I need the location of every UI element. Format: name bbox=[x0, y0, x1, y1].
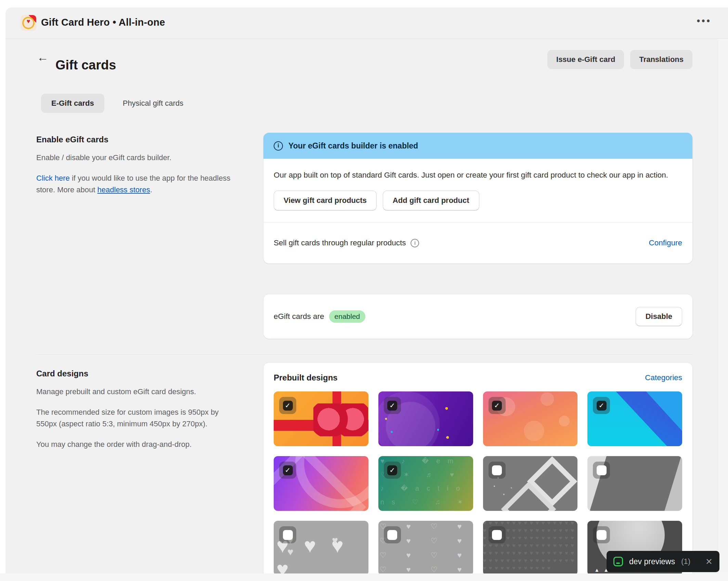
info-icon[interactable]: i bbox=[411, 239, 419, 247]
design-tile-teal-party-icons[interactable]: ✓ bbox=[378, 456, 473, 511]
headless-paragraph-suffix: . bbox=[150, 185, 152, 194]
configure-link[interactable]: Configure bbox=[649, 238, 682, 247]
tab-physical-gift-cards[interactable]: Physical gift cards bbox=[113, 94, 194, 113]
scrollbar-track[interactable] bbox=[718, 39, 728, 573]
design-tile-gray-diamond[interactable] bbox=[483, 456, 578, 511]
section-divider bbox=[36, 354, 692, 354]
regular-products-row: Sell gift cards through regular products… bbox=[263, 222, 692, 263]
view-gift-card-products-button[interactable]: View gift card products bbox=[274, 191, 377, 210]
app-title: Gift Card Hero • All-in-one bbox=[41, 17, 165, 28]
design-tile-gray-large-hearts[interactable] bbox=[274, 521, 368, 573]
checkbox-state-icon: ✓ bbox=[283, 465, 293, 475]
design-checkbox[interactable]: ✓ bbox=[384, 397, 401, 414]
status-prefix: eGift cards are bbox=[274, 312, 324, 321]
categories-link[interactable]: Categories bbox=[645, 373, 682, 382]
dev-preview-window-icon bbox=[613, 557, 623, 566]
checkbox-state-icon bbox=[492, 465, 502, 475]
egift-status-card: eGift cards are enabled Disable bbox=[263, 294, 692, 339]
toast-count: (1) bbox=[681, 557, 690, 566]
prebuilt-designs-heading: Prebuilt designs bbox=[274, 373, 338, 383]
banner-title: Your eGift cards builder is enabled bbox=[288, 141, 418, 151]
checkbox-state-icon bbox=[597, 465, 607, 475]
design-checkbox[interactable]: ✓ bbox=[489, 397, 506, 414]
design-tile-dark-hearts-texture[interactable] bbox=[483, 521, 578, 573]
design-checkbox[interactable] bbox=[489, 462, 506, 479]
overflow-menu-icon[interactable]: ••• bbox=[697, 16, 712, 26]
status-badge: enabled bbox=[329, 310, 366, 323]
toast-label: dev previews bbox=[629, 557, 675, 566]
card-designs-annotation: Card designs Manage prebuilt and custom … bbox=[36, 369, 238, 459]
banner-buttons: View gift card products Add gift card pr… bbox=[274, 191, 682, 210]
headless-stores-link[interactable]: headless stores bbox=[98, 185, 150, 194]
enable-section-heading: Enable eGift cards bbox=[36, 135, 242, 144]
card-designs-heading: Card designs bbox=[36, 369, 238, 378]
card-designs-p3: You may change the order with drag-and-d… bbox=[36, 439, 238, 450]
design-checkbox[interactable] bbox=[593, 462, 610, 479]
dev-previews-toast[interactable]: dev previews (1) ✕ bbox=[607, 551, 719, 572]
tab-egift-cards[interactable]: E-Gift cards bbox=[41, 94, 104, 113]
page-title: Gift cards bbox=[55, 58, 116, 73]
checkbox-state-icon bbox=[283, 530, 293, 540]
design-tile-coral-doodles[interactable]: ✓ bbox=[483, 391, 578, 446]
checkbox-state-icon bbox=[597, 530, 607, 540]
checkbox-state-icon bbox=[492, 530, 502, 540]
checkbox-state-icon: ✓ bbox=[492, 401, 502, 411]
design-grid: ✓ ✓ ✓ ✓ ✓ ✓ bbox=[274, 391, 682, 573]
viewport-bottom-strip bbox=[0, 573, 728, 581]
banner-body: Our app built on top of standard Gift ca… bbox=[263, 159, 692, 210]
checkbox-state-icon: ✓ bbox=[387, 401, 397, 411]
card-designs-p1: Manage prebuilt and custom eGift card de… bbox=[36, 386, 238, 398]
prebuilt-designs-header: Prebuilt designs Categories bbox=[274, 373, 682, 383]
checkbox-state-icon: ✓ bbox=[387, 465, 397, 475]
topbar-divider bbox=[5, 38, 728, 39]
issue-egift-card-button[interactable]: Issue e-Gift card bbox=[547, 50, 624, 69]
design-tile-gray-diagonal[interactable] bbox=[587, 456, 682, 511]
enable-section-annotation: Enable eGift cards Enable / disable your… bbox=[36, 135, 242, 205]
page-header-actions: Issue e-Gift card Translations bbox=[547, 50, 692, 69]
checkbox-state-icon: ✓ bbox=[597, 401, 607, 411]
regular-products-text: Sell gift cards through regular products bbox=[274, 238, 406, 247]
banner-text: Our app built on top of standard Gift ca… bbox=[274, 168, 674, 182]
tab-bar: E-Gift cards Physical gift cards bbox=[41, 94, 194, 113]
regular-products-label: Sell gift cards through regular products… bbox=[274, 238, 419, 247]
back-arrow-icon[interactable]: ← bbox=[37, 51, 49, 63]
add-gift-card-product-button[interactable]: Add gift card product bbox=[383, 191, 479, 210]
design-tile-gray-hearts-pattern[interactable] bbox=[378, 521, 473, 573]
app-surface: Gift Card Hero • All-in-one ••• ← Gift c… bbox=[5, 8, 728, 573]
design-checkbox[interactable] bbox=[279, 526, 296, 543]
checkbox-state-icon bbox=[387, 530, 397, 540]
design-tile-cyan-blue-geometric[interactable]: ✓ bbox=[587, 391, 682, 446]
design-checkbox[interactable]: ✓ bbox=[279, 462, 296, 479]
disable-button[interactable]: Disable bbox=[636, 307, 682, 326]
design-tile-purple-sparkles[interactable]: ✓ bbox=[378, 391, 473, 446]
info-icon: i bbox=[274, 141, 283, 151]
enable-section-description: Enable / disable your eGift cards builde… bbox=[36, 152, 242, 164]
app-logo-icon bbox=[21, 15, 36, 31]
app-top-bar: Gift Card Hero • All-in-one ••• bbox=[5, 8, 728, 38]
headless-paragraph: Click here if you would like to use the … bbox=[36, 172, 242, 196]
checkbox-state-icon: ✓ bbox=[283, 401, 293, 411]
design-checkbox[interactable] bbox=[489, 526, 506, 543]
translations-button[interactable]: Translations bbox=[630, 50, 692, 69]
close-icon[interactable]: ✕ bbox=[705, 557, 713, 567]
design-checkbox[interactable]: ✓ bbox=[279, 397, 296, 414]
card-designs-p2: The recommended size for custom images i… bbox=[36, 406, 238, 430]
prebuilt-designs-card: Prebuilt designs Categories ✓ ✓ ✓ ✓ ✓ ✓ bbox=[263, 363, 692, 573]
design-checkbox[interactable] bbox=[593, 526, 610, 543]
egift-builder-card: i Your eGift cards builder is enabled Ou… bbox=[263, 133, 692, 263]
design-checkbox[interactable]: ✓ bbox=[384, 462, 401, 479]
design-checkbox[interactable] bbox=[384, 526, 401, 543]
info-banner: i Your eGift cards builder is enabled bbox=[263, 133, 692, 159]
egift-status-text: eGift cards are enabled bbox=[274, 310, 365, 323]
design-tile-orange-gift-ribbon-bow[interactable]: ✓ bbox=[274, 391, 368, 446]
design-tile-purple-coral-gradient[interactable]: ✓ bbox=[274, 456, 368, 511]
click-here-link[interactable]: Click here bbox=[36, 174, 70, 182]
design-checkbox[interactable]: ✓ bbox=[593, 397, 610, 414]
